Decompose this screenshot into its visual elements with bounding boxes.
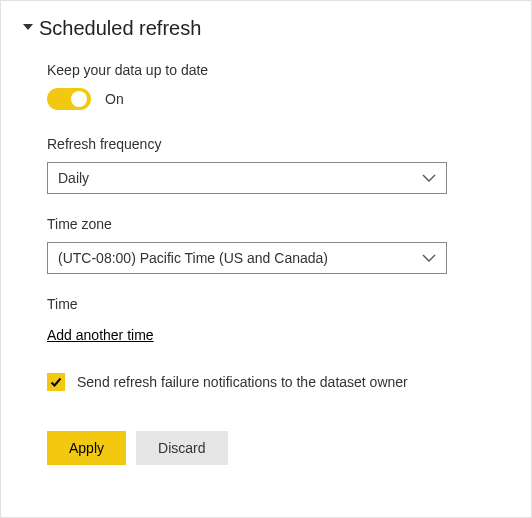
keep-up-to-date-row: On (47, 88, 509, 110)
discard-button[interactable]: Discard (136, 431, 227, 465)
add-time-link[interactable]: Add another time (47, 327, 154, 343)
section-header[interactable]: Scheduled refresh (23, 17, 509, 40)
caret-down-icon (23, 24, 33, 34)
time-label: Time (47, 296, 509, 312)
refresh-frequency-select[interactable]: Daily (47, 162, 447, 194)
check-icon (49, 375, 63, 389)
notify-owner-label: Send refresh failure notifications to th… (77, 374, 408, 390)
scheduled-refresh-panel: Scheduled refresh Keep your data up to d… (0, 0, 532, 518)
toggle-knob (71, 91, 87, 107)
time-zone-value: (UTC-08:00) Pacific Time (US and Canada) (58, 250, 328, 266)
keep-up-to-date-toggle[interactable] (47, 88, 91, 110)
apply-button[interactable]: Apply (47, 431, 126, 465)
chevron-down-icon (422, 253, 436, 263)
section-content: Keep your data up to date On Refresh fre… (23, 62, 509, 465)
section-title: Scheduled refresh (39, 17, 201, 40)
keep-up-to-date-label: Keep your data up to date (47, 62, 509, 78)
time-zone-label: Time zone (47, 216, 509, 232)
time-zone-select[interactable]: (UTC-08:00) Pacific Time (US and Canada) (47, 242, 447, 274)
action-buttons: Apply Discard (47, 431, 509, 465)
svg-marker-0 (23, 24, 33, 30)
notify-owner-row: Send refresh failure notifications to th… (47, 373, 509, 391)
refresh-frequency-label: Refresh frequency (47, 136, 509, 152)
toggle-state-text: On (105, 91, 124, 107)
chevron-down-icon (422, 173, 436, 183)
refresh-frequency-value: Daily (58, 170, 89, 186)
notify-owner-checkbox[interactable] (47, 373, 65, 391)
